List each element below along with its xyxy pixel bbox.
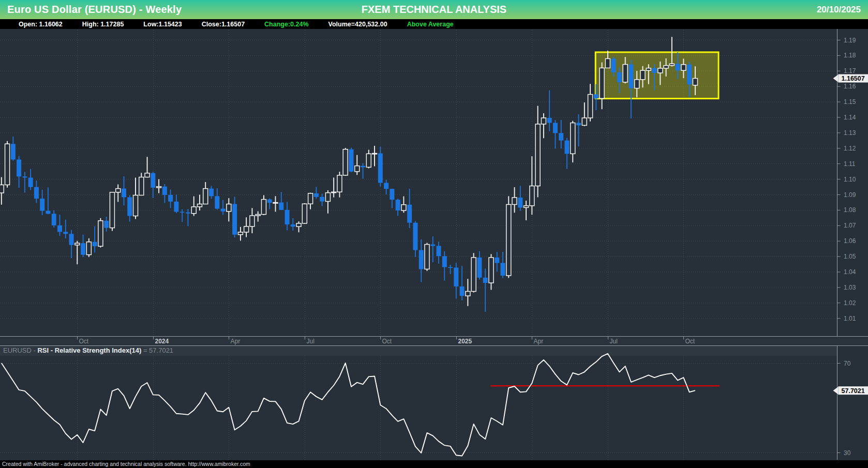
candle-up[interactable] [471,258,476,291]
candle-down[interactable] [384,183,388,189]
candle-up[interactable] [5,144,10,185]
candle-down[interactable] [477,258,482,278]
candle-up[interactable] [256,215,260,216]
candle-down[interactable] [448,267,453,268]
candle-down[interactable] [186,213,190,214]
candle-up[interactable] [261,200,266,215]
candle-down[interactable] [34,187,39,199]
candle-up[interactable] [640,70,645,80]
candle-up[interactable] [250,216,255,227]
candle-up[interactable] [623,65,627,82]
candle-down[interactable] [419,250,424,269]
candle-down[interactable] [611,58,616,72]
candle-up[interactable] [489,258,493,283]
candle-down[interactable] [495,258,499,263]
candle-up[interactable] [86,242,91,255]
candle-down[interactable] [168,195,173,202]
candle-up[interactable] [588,95,593,118]
candlestick-and-rsi-chart[interactable]: 1.191.181.171.161.151.141.131.121.111.10… [0,29,868,468]
candle-down[interactable] [180,212,185,213]
candle-down[interactable] [687,65,692,84]
candle-down[interactable] [628,65,633,88]
candle-down[interactable] [267,200,272,203]
candle-down[interactable] [361,166,365,168]
candle-up[interactable] [366,154,371,167]
candle-down[interactable] [69,234,74,245]
candle-up[interactable] [337,175,342,192]
candle-down[interactable] [576,123,581,126]
candle-down[interactable] [564,141,569,154]
candle-down[interactable] [460,286,465,296]
candle-up[interactable] [157,187,161,188]
candle-up[interactable] [75,243,80,245]
candle-up[interactable] [203,189,208,204]
candle-down[interactable] [11,144,16,159]
candle-down[interactable] [285,210,290,224]
candle-up[interactable] [658,68,663,73]
chart-area[interactable]: 1.191.181.171.161.151.141.131.121.111.10… [0,29,868,468]
candle-down[interactable] [518,198,522,207]
candle-down[interactable] [559,133,563,140]
candle-down[interactable] [127,197,132,216]
candle-up[interactable] [343,149,348,175]
candle-down[interactable] [390,189,394,200]
candle-down[interactable] [174,202,178,212]
candle-down[interactable] [407,205,412,223]
candle-down[interactable] [104,221,109,228]
candle-up[interactable] [355,166,360,172]
candle-up[interactable] [693,79,697,85]
candle-up[interactable] [191,207,196,214]
candle-down[interactable] [442,256,447,267]
candle-up[interactable] [669,64,674,65]
candle-up[interactable] [541,118,546,124]
candle-up[interactable] [145,173,149,177]
candle-up[interactable] [530,186,534,206]
candle-down[interactable] [40,199,44,211]
candle-down[interactable] [209,189,214,197]
candle-up[interactable] [0,185,4,193]
candle-up[interactable] [302,204,307,223]
candle-down[interactable] [93,242,97,246]
candle-up[interactable] [296,223,301,227]
candle-down[interactable] [52,214,56,225]
candle-down[interactable] [676,64,680,70]
candle-up[interactable] [238,232,243,235]
candle-down[interactable] [594,95,598,99]
candle-up[interactable] [197,204,202,207]
candle-up[interactable] [524,206,529,208]
candle-down[interactable] [413,223,417,250]
candle-down[interactable] [320,197,324,202]
candle-down[interactable] [57,225,62,232]
candle-up[interactable] [466,291,470,296]
candle-down[interactable] [349,149,354,172]
candle-down[interactable] [430,245,435,246]
candle-up[interactable] [635,80,639,88]
candle-up[interactable] [571,123,575,154]
candle-up[interactable] [600,68,604,98]
candle-up[interactable] [227,204,231,212]
candle-down[interactable] [291,224,295,227]
candle-down[interactable] [162,187,167,195]
candle-up[interactable] [244,227,249,232]
candle-up[interactable] [116,189,121,192]
candle-up[interactable] [98,221,103,246]
candle-down[interactable] [437,246,441,256]
candle-up[interactable] [372,153,377,154]
candle-down[interactable] [547,118,552,123]
candle-down[interactable] [652,68,657,73]
candle-up[interactable] [425,245,429,269]
candle-up[interactable] [325,193,330,202]
candle-up[interactable] [332,192,336,193]
candle-down[interactable] [378,153,383,183]
candle-down[interactable] [46,211,50,214]
candle-up[interactable] [506,204,511,276]
candle-down[interactable] [17,159,21,176]
candle-down[interactable] [454,267,458,286]
candle-down[interactable] [122,189,126,198]
candle-up[interactable] [605,58,610,68]
candle-down[interactable] [151,173,155,188]
candle-up[interactable] [133,195,138,216]
candle-down[interactable] [28,177,33,187]
candle-down[interactable] [617,72,622,82]
candle-down[interactable] [501,263,505,276]
